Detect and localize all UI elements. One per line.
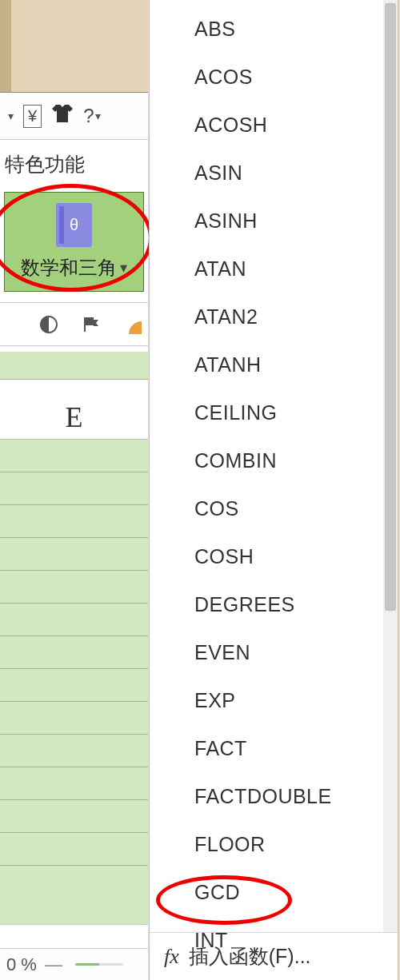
grid-row[interactable] bbox=[0, 538, 148, 571]
toolbar-drop1[interactable]: ▾ bbox=[6, 110, 14, 122]
insert-function-label: 插入函数(F)... bbox=[189, 943, 311, 970]
mini-toolbar: ▾ ¥ ? ▾ bbox=[0, 92, 148, 140]
features-label: 特色功能 bbox=[0, 142, 148, 186]
zoom-value: 0 % bbox=[6, 954, 37, 975]
grid-row[interactable] bbox=[0, 440, 148, 472]
function-item[interactable]: GCD bbox=[150, 868, 383, 916]
function-item[interactable]: EVEN bbox=[150, 628, 383, 676]
grid-row[interactable] bbox=[0, 472, 148, 505]
function-item[interactable]: ACOSH bbox=[150, 101, 383, 149]
grid-row[interactable] bbox=[0, 702, 148, 735]
menu-scrollbar[interactable] bbox=[383, 0, 398, 932]
zoom-slider[interactable] bbox=[75, 963, 123, 966]
currency-button[interactable]: ¥ bbox=[23, 105, 42, 128]
grid-gap bbox=[0, 352, 148, 380]
help-icon: ? bbox=[83, 105, 94, 127]
function-item[interactable]: ATANH bbox=[150, 341, 383, 388]
function-item[interactable]: ATAN bbox=[150, 245, 383, 293]
chevron-down-icon: ▾ bbox=[120, 259, 127, 277]
grid-row[interactable] bbox=[0, 735, 148, 767]
header-gap bbox=[0, 380, 148, 396]
function-item[interactable]: CEILING bbox=[150, 388, 383, 436]
function-item[interactable]: ACOS bbox=[150, 53, 383, 101]
function-item[interactable]: FACT bbox=[150, 724, 383, 772]
spreadsheet-grid[interactable]: E bbox=[0, 352, 148, 924]
flag-icon[interactable] bbox=[82, 314, 102, 335]
grid-row[interactable] bbox=[0, 800, 148, 833]
grid-row[interactable] bbox=[0, 571, 148, 604]
orange-icon[interactable] bbox=[125, 314, 146, 335]
grid-row[interactable] bbox=[0, 669, 148, 702]
function-item[interactable]: ABS bbox=[150, 5, 383, 53]
zoom-dash-glyph: — bbox=[45, 954, 62, 975]
tshirt-icon bbox=[51, 103, 74, 129]
scroll-thumb[interactable] bbox=[385, 3, 396, 611]
status-bar: 0 % — bbox=[0, 948, 148, 980]
function-list: ABS ACOS ACOSH ASIN ASINH ATAN ATAN2 ATA… bbox=[150, 0, 383, 932]
left-panel: ▾ ¥ ? ▾ 特色功能 θ 数学和三角 ▾ bbox=[0, 0, 148, 980]
math-trig-label: 数学和三角 ▾ bbox=[21, 255, 127, 281]
grid-row[interactable] bbox=[0, 833, 148, 866]
tshirt-button[interactable] bbox=[51, 103, 74, 129]
chevron-down-icon: ▾ bbox=[8, 110, 14, 122]
function-item[interactable]: FACTDOUBLE bbox=[150, 772, 383, 820]
function-item[interactable]: ASIN bbox=[150, 149, 383, 197]
function-item[interactable]: COSH bbox=[150, 532, 383, 580]
grid-row[interactable] bbox=[0, 505, 148, 538]
bottom-strip bbox=[0, 924, 148, 948]
function-item[interactable]: COS bbox=[150, 484, 383, 532]
currency-icon: ¥ bbox=[23, 105, 42, 128]
grid-row[interactable] bbox=[0, 604, 148, 636]
function-item[interactable]: DEGREES bbox=[150, 580, 383, 628]
function-dropdown: ABS ACOS ACOSH ASIN ASINH ATAN ATAN2 ATA… bbox=[149, 0, 398, 980]
grid-row[interactable] bbox=[0, 636, 148, 669]
insert-function-footer[interactable]: fx 插入函数(F)... bbox=[150, 932, 398, 980]
doc-icon[interactable] bbox=[38, 314, 59, 335]
fx-icon: fx bbox=[164, 945, 179, 969]
sub-toolbar bbox=[0, 302, 148, 346]
math-trig-text: 数学和三角 bbox=[21, 255, 117, 281]
function-item[interactable]: EXP bbox=[150, 676, 383, 724]
function-item[interactable]: ASINH bbox=[150, 197, 383, 245]
math-trig-button[interactable]: θ 数学和三角 ▾ bbox=[4, 192, 144, 292]
grid-row[interactable] bbox=[0, 767, 148, 800]
math-trig-wrap: θ 数学和三角 ▾ bbox=[0, 188, 148, 296]
function-item[interactable]: ATAN2 bbox=[150, 293, 383, 341]
help-button[interactable]: ? ▾ bbox=[83, 105, 101, 127]
svg-rect-1 bbox=[84, 317, 86, 332]
beige-edge bbox=[0, 0, 11, 92]
chevron-down-icon: ▾ bbox=[95, 110, 101, 122]
app-stage: ▾ ¥ ? ▾ 特色功能 θ 数学和三角 ▾ bbox=[0, 0, 400, 980]
beige-strip bbox=[0, 0, 148, 92]
function-item[interactable]: COMBIN bbox=[150, 436, 383, 484]
column-header[interactable]: E bbox=[0, 396, 148, 440]
function-item[interactable]: FLOOR bbox=[150, 820, 383, 868]
math-book-icon: θ bbox=[56, 203, 92, 247]
theta-glyph: θ bbox=[70, 216, 78, 234]
